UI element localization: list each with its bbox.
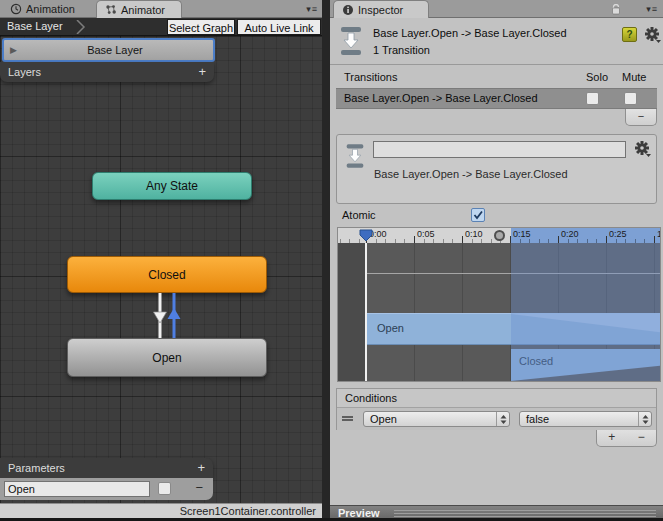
layer-row-base-layer[interactable]: ▶ Base Layer xyxy=(2,38,215,62)
ruler-tick xyxy=(654,236,655,243)
timeline-left-margin xyxy=(338,243,366,382)
inspector-panel: Inspector ▾≡ Base Layer.Open -> Base Lay… xyxy=(330,0,663,521)
animator-panel: Animation Animator ▾≡ Base Layer Select … xyxy=(0,0,322,521)
preview-section-bar[interactable]: Preview xyxy=(330,505,663,519)
transition-arrows[interactable] xyxy=(148,293,188,338)
atomic-label: Atomic xyxy=(342,209,376,221)
conditions-header-label: Conditions xyxy=(345,392,397,404)
inspector-subtitle: 1 Transition xyxy=(373,44,430,56)
transition-timeline[interactable]: 0:00 0:05 0:10 0:15 0:20 0:25 1:00 Open xyxy=(337,227,661,382)
animator-toolbar: Base Layer Select Graph Auto Live Link xyxy=(0,18,322,36)
tab-animator-label: Animator xyxy=(121,4,165,16)
node-closed[interactable]: Closed xyxy=(67,256,267,293)
animator-icon xyxy=(105,4,117,16)
tab-animation[interactable]: Animation xyxy=(2,0,94,18)
auto-live-link-button[interactable]: Auto Live Link xyxy=(237,19,321,35)
source-state-bar-label: Open xyxy=(377,322,404,334)
condition-value-dropdown[interactable]: false xyxy=(519,411,652,427)
mute-checkbox[interactable] xyxy=(624,92,637,105)
node-any-state[interactable]: Any State xyxy=(92,172,252,200)
transition-row[interactable]: Base Layer.Open -> Base Layer.Closed xyxy=(336,88,657,109)
left-panel-menu-icon[interactable]: ▾≡ xyxy=(306,0,318,18)
select-graph-button[interactable]: Select Graph xyxy=(167,19,235,35)
remove-parameter-button[interactable]: − xyxy=(195,480,203,495)
inspector-menu-icon[interactable]: ▾≡ xyxy=(646,0,658,18)
parameter-row: Open − xyxy=(0,478,213,500)
help-glyph: ? xyxy=(626,29,632,40)
row-drag-handle[interactable] xyxy=(342,416,353,421)
transitions-header-label: Transitions xyxy=(344,71,397,83)
add-condition-button[interactable]: + xyxy=(597,430,627,446)
layer-name: Base Layer xyxy=(17,44,213,56)
transition-detail-label: Base Layer.Open -> Base Layer.Closed xyxy=(374,168,568,180)
layers-header-label: Layers xyxy=(8,62,198,82)
breadcrumb[interactable]: Base Layer xyxy=(7,20,63,32)
parameter-bool-checkbox[interactable] xyxy=(158,482,171,495)
atomic-checkbox[interactable] xyxy=(471,208,485,222)
node-any-state-label: Any State xyxy=(146,179,198,193)
parameters-header-label: Parameters xyxy=(8,458,197,478)
layers-header: Layers + xyxy=(0,62,214,82)
tick-label: 0:25 xyxy=(609,229,627,239)
ruler-tick xyxy=(462,236,463,243)
inspector-tabbar: Inspector ▾≡ xyxy=(330,0,663,18)
preview-drag-handle[interactable] xyxy=(394,510,656,517)
info-icon xyxy=(342,4,354,16)
transition-start-marker-icon[interactable] xyxy=(494,230,505,241)
node-open[interactable]: Open xyxy=(67,338,267,377)
lock-icon[interactable] xyxy=(610,4,622,15)
tab-animation-label: Animation xyxy=(26,3,75,15)
transition-icon-small xyxy=(345,142,365,170)
transition-row-label: Base Layer.Open -> Base Layer.Closed xyxy=(344,92,538,104)
conditions-buttons: + − xyxy=(596,430,657,447)
inspector-title: Base Layer.Open -> Base Layer.Closed xyxy=(373,27,567,39)
controller-path-label: Screen1Container.controller xyxy=(180,505,316,517)
remove-condition-button[interactable]: − xyxy=(627,430,657,446)
status-bar: Screen1Container.controller xyxy=(0,503,322,518)
conditions-header: Conditions xyxy=(337,389,656,408)
left-tabbar: Animation Animator ▾≡ xyxy=(0,0,322,18)
gear-icon-small[interactable] xyxy=(634,141,651,157)
help-icon[interactable]: ? xyxy=(622,27,637,42)
solo-column-label: Solo xyxy=(586,71,608,83)
node-open-label: Open xyxy=(152,351,181,365)
layer-foldout-icon[interactable]: ▶ xyxy=(10,45,17,55)
mute-column-label: Mute xyxy=(622,71,646,83)
tick-label: 1:00 xyxy=(657,229,661,239)
transition-detail-box: Base Layer.Open -> Base Layer.Closed xyxy=(336,134,657,204)
timeline-ruler[interactable]: 0:00 0:05 0:10 0:15 0:20 0:25 1:00 xyxy=(338,228,661,243)
condition-row: Open false xyxy=(337,408,656,430)
header-separator xyxy=(330,64,663,65)
ruler-tick xyxy=(414,236,415,243)
timeline-body[interactable]: Open Closed xyxy=(338,243,661,382)
parameter-name-field[interactable]: Open xyxy=(4,481,150,497)
tick-label: 0:05 xyxy=(417,229,435,239)
transition-zone-overlay xyxy=(511,243,661,382)
add-parameter-button[interactable]: + xyxy=(197,458,205,478)
condition-value: false xyxy=(520,413,638,425)
dropdown-arrows-icon xyxy=(496,412,509,426)
playhead-line[interactable] xyxy=(365,243,367,382)
parameters-header: Parameters + xyxy=(0,458,213,478)
transition-name-field[interactable] xyxy=(373,141,626,158)
clock-icon xyxy=(10,3,22,15)
dropdown-arrows-icon xyxy=(638,412,651,426)
condition-parameter-dropdown[interactable]: Open xyxy=(363,411,510,427)
transition-icon xyxy=(339,25,363,57)
tick-label: 0:15 xyxy=(513,229,531,239)
solo-checkbox[interactable] xyxy=(586,92,599,105)
gear-icon[interactable] xyxy=(644,27,661,43)
panel-separator[interactable] xyxy=(322,0,330,521)
playhead-icon[interactable] xyxy=(359,229,373,242)
add-layer-button[interactable]: + xyxy=(198,62,206,82)
remove-transition-button[interactable]: − xyxy=(625,109,657,126)
conditions-box: Conditions Open false xyxy=(336,388,657,430)
tab-inspector[interactable]: Inspector xyxy=(333,0,429,18)
tab-animator[interactable]: Animator xyxy=(96,0,182,18)
state-machine-graph[interactable]: ▶ Base Layer Layers + Any State Closed O… xyxy=(0,36,322,503)
condition-parameter-value: Open xyxy=(364,413,496,425)
tick-label: 0:20 xyxy=(561,229,579,239)
check-icon xyxy=(472,209,484,221)
ruler-tick xyxy=(558,236,559,243)
breadcrumb-chevron-icon xyxy=(76,20,86,34)
